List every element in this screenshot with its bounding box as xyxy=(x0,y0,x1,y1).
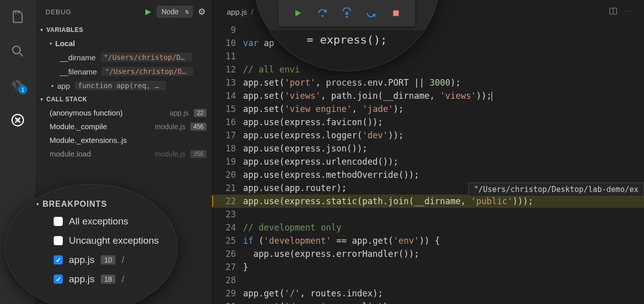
git-icon[interactable]: 1 xyxy=(10,78,25,93)
start-debug-button[interactable]: ▶ xyxy=(145,7,151,16)
checkbox-unchecked[interactable] xyxy=(54,236,63,245)
breakpoint-item[interactable]: app.js 10 / xyxy=(5,250,177,270)
breakpoints-lens: ▾ BREAKPOINTS All exceptions Uncaught ex… xyxy=(5,184,177,304)
chevron-down-icon: ▾ xyxy=(41,27,44,32)
stop-button[interactable] xyxy=(390,8,401,19)
svg-point-6 xyxy=(631,10,632,11)
search-icon[interactable] xyxy=(10,44,25,59)
svg-point-7 xyxy=(321,15,324,17)
continue-button[interactable] xyxy=(292,8,303,19)
variable-row[interactable]: __filename "/Users/christop/De… xyxy=(35,64,212,79)
variable-row[interactable]: ▸ app function app(req, res, ne… xyxy=(35,79,212,93)
scope-local[interactable]: ▾ Local xyxy=(35,36,212,50)
hover-tooltip: "/Users/christop/Desktop/lab-demo/ex xyxy=(468,182,644,197)
svg-point-8 xyxy=(346,16,348,18)
step-over-button[interactable] xyxy=(317,8,328,19)
current-line-icon xyxy=(212,196,213,207)
svg-point-5 xyxy=(629,10,630,11)
svg-rect-9 xyxy=(393,11,398,16)
stack-frame[interactable]: Module._compile module.js 456 xyxy=(35,120,212,133)
svg-point-0 xyxy=(13,46,20,54)
code-area[interactable]: 9 10var ap 11 12// all envi 13app.set('p… xyxy=(212,23,644,304)
debug-config-select[interactable]: Node xyxy=(156,6,193,18)
debug-title: DEBUG xyxy=(46,8,71,16)
split-editor-icon[interactable] xyxy=(609,7,618,17)
chevron-right-icon: ▸ xyxy=(52,83,54,88)
svg-point-4 xyxy=(626,10,627,11)
chevron-down-icon: ▾ xyxy=(36,202,39,207)
breakpoint-item[interactable]: app.js 18 / xyxy=(5,270,177,289)
variables-section[interactable]: ▾ VARIABLES xyxy=(35,23,212,36)
git-badge: 1 xyxy=(18,85,27,94)
variable-row[interactable]: __dirname "/Users/christop/De… xyxy=(35,50,212,64)
breakpoint-all-exceptions[interactable]: All exceptions xyxy=(5,212,177,231)
checkbox-checked[interactable] xyxy=(54,255,63,264)
stack-frame[interactable]: module.load module.js 356 xyxy=(35,147,212,161)
gear-icon[interactable]: ⚙ xyxy=(198,7,206,17)
breakpoint-uncaught-exceptions[interactable]: Uncaught exceptions xyxy=(5,231,177,250)
tab-appjs[interactable]: app.js / xyxy=(222,5,258,19)
step-out-button[interactable] xyxy=(366,8,377,19)
editor: app.js / 9 10var ap 11 12// all envi 13a… xyxy=(212,0,644,304)
svg-point-2 xyxy=(15,118,20,123)
stack-frame[interactable]: Module._extensions..js xyxy=(35,133,212,147)
more-icon[interactable] xyxy=(625,7,634,17)
debug-header: DEBUG ▶ Node ⚙ xyxy=(35,0,212,23)
chevron-down-icon: ▾ xyxy=(50,41,52,46)
explorer-icon[interactable] xyxy=(10,9,25,24)
step-into-button[interactable] xyxy=(341,8,352,19)
callstack-section[interactable]: ▾ CALL STACK xyxy=(35,93,212,106)
stack-frame[interactable]: (anonymous function) app.js 22 xyxy=(35,106,212,120)
debug-toolbar xyxy=(278,0,415,26)
debug-icon[interactable] xyxy=(10,112,25,128)
chevron-down-icon: ▾ xyxy=(41,97,44,102)
checkbox-checked[interactable] xyxy=(54,275,63,284)
checkbox-unchecked[interactable] xyxy=(54,217,63,226)
